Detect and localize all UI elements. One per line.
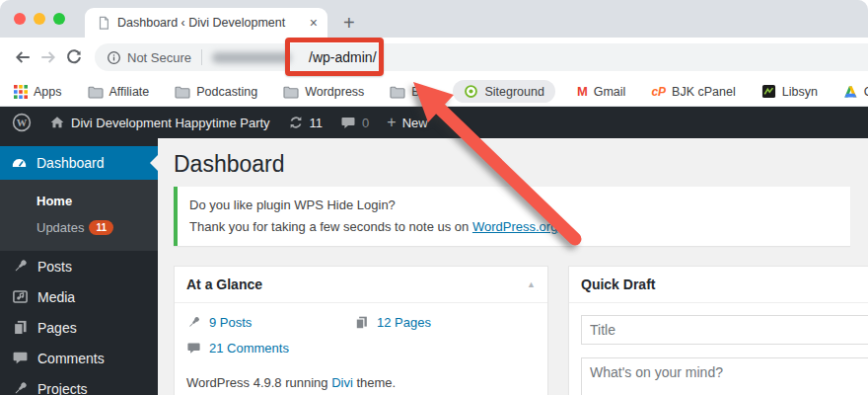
reload-icon[interactable] (61, 48, 87, 66)
bookmark-libsyn[interactable]: Libsyn (761, 84, 818, 99)
wordpress-logo-icon: W (12, 113, 32, 132)
sidebar-item-projects[interactable]: Projects (0, 373, 158, 395)
comments-menu[interactable]: 0 (340, 115, 369, 130)
pages-icon (354, 315, 369, 330)
draft-title-input[interactable] (581, 315, 868, 345)
theme-link[interactable]: Divi (331, 375, 353, 390)
pushpin-icon (186, 315, 201, 330)
bookmark-podcasting[interactable]: Podcasting (175, 85, 257, 99)
pushpin-icon (12, 258, 29, 275)
quick-draft-title: Quick Draft (581, 276, 655, 292)
zoom-window-button[interactable] (53, 13, 65, 25)
folder-icon (88, 85, 104, 99)
browser-window: Dashboard ‹ Divi Development × + Not Sec… (0, 0, 868, 395)
update-icon (288, 115, 304, 130)
browser-tab[interactable]: Dashboard ‹ Divi Development × (85, 8, 327, 38)
home-icon (49, 115, 65, 130)
collapse-icon[interactable]: ▲ (527, 279, 536, 289)
wp-logo-menu[interactable]: W (12, 113, 32, 132)
comment-icon (340, 115, 356, 130)
sidebar-item-media[interactable]: Media (0, 281, 158, 312)
version-info: WordPress 4.9.8 running Divi theme. Sear… (186, 372, 536, 395)
libsyn-icon (761, 84, 776, 99)
bookmark-google[interactable]: Google (843, 85, 868, 99)
traffic-lights (14, 13, 65, 25)
gmail-icon: M (577, 84, 588, 99)
site-link[interactable]: Divi Development Happytime Party (49, 115, 270, 130)
document-favicon-icon (97, 16, 110, 30)
bookmark-bib[interactable]: Bib (390, 85, 429, 99)
pages-count-link[interactable]: 12 Pages (377, 315, 431, 330)
active-menu-notch (150, 155, 158, 171)
folder-icon (175, 85, 190, 99)
wordpress-org-link[interactable]: WordPress.org (472, 219, 557, 234)
notice-line2: Thank you for taking a few seconds to no… (189, 216, 838, 238)
cpanel-icon: cP (651, 85, 666, 99)
url-path: /wp-admin/ (309, 49, 376, 65)
draft-content-textarea[interactable] (581, 357, 868, 395)
plus-icon: + (387, 115, 396, 130)
pages-stat: 12 Pages (354, 315, 536, 330)
quick-draft-header[interactable]: Quick Draft (569, 267, 868, 303)
new-label: New (402, 116, 428, 130)
sidebar-item-comments[interactable]: Comments (0, 343, 158, 373)
comments-count-link[interactable]: 21 Comments (209, 341, 289, 356)
site-name: Divi Development Happytime Party (71, 116, 270, 130)
omnibox-divider (201, 49, 202, 65)
at-a-glance-header[interactable]: At a Glance ▲ (175, 267, 547, 303)
comments-stat: 21 Comments (186, 341, 354, 356)
comment-icon (186, 341, 201, 356)
updates-menu[interactable]: 11 (288, 115, 324, 130)
pages-icon (12, 319, 29, 336)
comment-icon (12, 350, 29, 366)
sidebar-item-pages[interactable]: Pages (0, 312, 158, 343)
bookmark-siteground[interactable]: Siteground (453, 80, 554, 103)
sidebar-item-dashboard[interactable]: Dashboard (0, 146, 158, 180)
security-label: Not Secure (127, 50, 191, 65)
update-count: 11 (310, 116, 324, 130)
wp-admin-content: Dashboard Do you like plugin WPS Hide Lo… (158, 138, 868, 395)
at-a-glance-widget: At a Glance ▲ 9 Posts (174, 266, 548, 395)
posts-stat: 9 Posts (186, 315, 354, 330)
bookmark-bjk-cpanel[interactable]: cP BJK cPanel (651, 85, 735, 99)
minimize-window-button[interactable] (34, 13, 45, 25)
address-bar[interactable]: Not Secure /wp-admin/ (95, 43, 868, 71)
pushpin-icon (12, 380, 29, 395)
at-a-glance-title: At a Glance (186, 276, 262, 292)
bookmark-apps[interactable]: Apps (14, 85, 62, 99)
posts-count-link[interactable]: 9 Posts (209, 315, 252, 330)
bookmark-wordpress[interactable]: Wordpress (283, 85, 364, 99)
browser-toolbar: Not Secure /wp-admin/ (0, 38, 868, 77)
folder-icon (283, 85, 299, 99)
close-window-button[interactable] (14, 13, 26, 25)
gauge-icon (11, 155, 28, 172)
comment-count: 0 (362, 116, 369, 130)
sidebar-item-updates[interactable]: Updates11 (0, 214, 158, 241)
dashboard-submenu: Home Updates11 (0, 180, 158, 251)
page-title: Dashboard (174, 151, 868, 178)
back-icon[interactable] (10, 48, 36, 66)
tab-strip: Dashboard ‹ Divi Development × + (0, 0, 868, 38)
apps-grid-icon (14, 85, 28, 99)
notice-line1: Do you like plugin WPS Hide Login? (189, 195, 838, 216)
forward-icon[interactable] (36, 48, 61, 66)
wp-admin-bar: W Divi Development Happytime Party 11 0 … (0, 107, 868, 138)
quick-draft-widget: Quick Draft (568, 266, 868, 395)
bookmarks-bar: Apps Affiliate Podcasting Wordpress Bib … (0, 77, 868, 107)
blurred-url (212, 52, 291, 63)
new-tab-button[interactable]: + (343, 13, 355, 33)
plugin-notice: Do you like plugin WPS Hide Login? Thank… (174, 187, 850, 246)
new-content-menu[interactable]: + New (387, 115, 427, 130)
tab-title: Dashboard ‹ Divi Development (117, 16, 301, 30)
google-drive-icon (843, 85, 858, 99)
media-icon (12, 288, 29, 305)
wp-admin-sidebar: Dashboard Home Updates11 Posts Media (0, 138, 158, 395)
sidebar-item-posts[interactable]: Posts (0, 251, 158, 281)
sidebar-item-home[interactable]: Home (0, 188, 158, 214)
tab-close-icon[interactable]: × (308, 16, 320, 30)
bookmark-affiliate[interactable]: Affiliate (88, 85, 150, 99)
info-icon[interactable] (107, 50, 121, 65)
updates-badge: 11 (89, 220, 113, 235)
folder-icon (390, 85, 405, 99)
bookmark-gmail[interactable]: M Gmail (577, 84, 626, 99)
